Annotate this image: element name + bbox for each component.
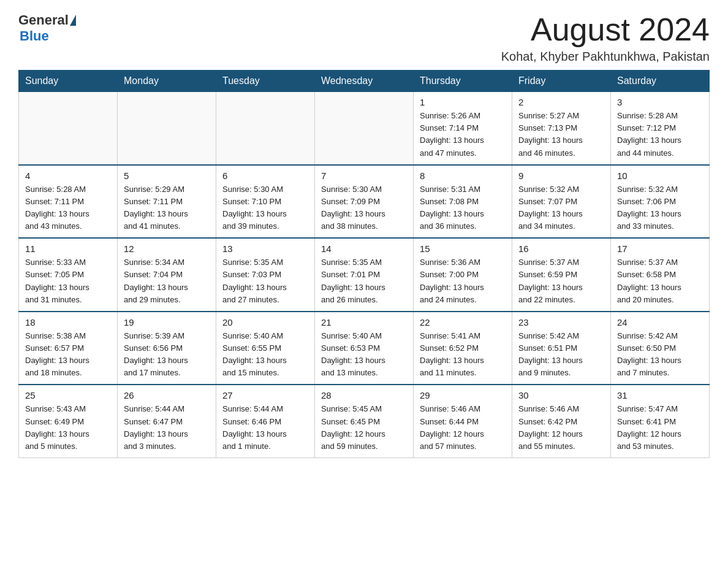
calendar-cell: 7Sunrise: 5:30 AM Sunset: 7:09 PM Daylig… — [315, 165, 414, 239]
calendar-cell: 16Sunrise: 5:37 AM Sunset: 6:59 PM Dayli… — [512, 238, 611, 312]
day-number: 9 — [518, 170, 604, 181]
calendar-cell: 20Sunrise: 5:40 AM Sunset: 6:55 PM Dayli… — [216, 312, 315, 385]
day-info: Sunrise: 5:38 AM Sunset: 6:57 PM Dayligh… — [25, 330, 111, 380]
calendar-cell — [19, 92, 118, 165]
calendar-cell: 24Sunrise: 5:42 AM Sunset: 6:50 PM Dayli… — [611, 312, 710, 385]
day-info: Sunrise: 5:35 AM Sunset: 7:03 PM Dayligh… — [222, 256, 308, 306]
calendar-cell — [118, 92, 216, 165]
calendar-cell: 26Sunrise: 5:44 AM Sunset: 6:47 PM Dayli… — [118, 385, 216, 458]
day-number: 24 — [617, 317, 703, 327]
calendar-cell: 19Sunrise: 5:39 AM Sunset: 6:56 PM Dayli… — [118, 312, 216, 385]
day-number: 27 — [222, 390, 308, 400]
day-number: 28 — [321, 390, 407, 400]
calendar-cell: 15Sunrise: 5:36 AM Sunset: 7:00 PM Dayli… — [414, 238, 512, 312]
day-number: 16 — [518, 243, 604, 254]
day-info: Sunrise: 5:46 AM Sunset: 6:42 PM Dayligh… — [518, 403, 604, 453]
logo-blue-text: Blue — [20, 28, 49, 44]
location-subtitle: Kohat, Khyber Pakhtunkhwa, Pakistan — [501, 50, 710, 64]
day-info: Sunrise: 5:39 AM Sunset: 6:56 PM Dayligh… — [124, 330, 210, 380]
day-info: Sunrise: 5:42 AM Sunset: 6:50 PM Dayligh… — [617, 330, 703, 380]
day-number: 10 — [617, 170, 703, 181]
day-number: 7 — [321, 170, 407, 181]
calendar-cell: 13Sunrise: 5:35 AM Sunset: 7:03 PM Dayli… — [216, 238, 315, 312]
day-number: 1 — [420, 97, 506, 107]
day-number: 11 — [25, 243, 111, 254]
calendar-cell: 25Sunrise: 5:43 AM Sunset: 6:49 PM Dayli… — [19, 385, 118, 458]
day-info: Sunrise: 5:33 AM Sunset: 7:05 PM Dayligh… — [25, 256, 111, 306]
day-number: 29 — [420, 390, 506, 400]
calendar-cell: 21Sunrise: 5:40 AM Sunset: 6:53 PM Dayli… — [315, 312, 414, 385]
day-info: Sunrise: 5:36 AM Sunset: 7:00 PM Dayligh… — [420, 256, 506, 306]
day-number: 12 — [124, 243, 210, 254]
calendar-cell: 3Sunrise: 5:28 AM Sunset: 7:12 PM Daylig… — [611, 92, 710, 165]
week-row-3: 11Sunrise: 5:33 AM Sunset: 7:05 PM Dayli… — [19, 238, 710, 312]
day-info: Sunrise: 5:40 AM Sunset: 6:55 PM Dayligh… — [222, 330, 308, 380]
title-section: August 2024 Kohat, Khyber Pakhtunkhwa, P… — [501, 12, 710, 64]
day-info: Sunrise: 5:30 AM Sunset: 7:09 PM Dayligh… — [321, 183, 407, 233]
page-header: General Blue August 2024 Kohat, Khyber P… — [18, 12, 710, 64]
day-info: Sunrise: 5:44 AM Sunset: 6:46 PM Dayligh… — [222, 403, 308, 453]
weekday-header-saturday: Saturday — [611, 71, 710, 92]
calendar-cell: 18Sunrise: 5:38 AM Sunset: 6:57 PM Dayli… — [19, 312, 118, 385]
day-number: 25 — [25, 390, 111, 400]
weekday-header-thursday: Thursday — [414, 71, 512, 92]
day-info: Sunrise: 5:47 AM Sunset: 6:41 PM Dayligh… — [617, 403, 703, 453]
day-info: Sunrise: 5:43 AM Sunset: 6:49 PM Dayligh… — [25, 403, 111, 453]
day-number: 30 — [518, 390, 604, 400]
day-info: Sunrise: 5:28 AM Sunset: 7:11 PM Dayligh… — [25, 183, 111, 233]
calendar-cell: 5Sunrise: 5:29 AM Sunset: 7:11 PM Daylig… — [118, 165, 216, 239]
weekday-header-row: SundayMondayTuesdayWednesdayThursdayFrid… — [19, 71, 710, 92]
logo: General Blue — [18, 12, 77, 44]
weekday-header-wednesday: Wednesday — [315, 71, 414, 92]
day-number: 5 — [124, 170, 210, 181]
day-number: 2 — [518, 97, 604, 107]
day-info: Sunrise: 5:42 AM Sunset: 6:51 PM Dayligh… — [518, 330, 604, 380]
calendar-cell: 6Sunrise: 5:30 AM Sunset: 7:10 PM Daylig… — [216, 165, 315, 239]
calendar-cell: 10Sunrise: 5:32 AM Sunset: 7:06 PM Dayli… — [611, 165, 710, 239]
calendar-cell: 30Sunrise: 5:46 AM Sunset: 6:42 PM Dayli… — [512, 385, 611, 458]
weekday-header-friday: Friday — [512, 71, 611, 92]
day-info: Sunrise: 5:46 AM Sunset: 6:44 PM Dayligh… — [420, 403, 506, 453]
logo-general-text: General — [18, 12, 69, 28]
weekday-header-monday: Monday — [118, 71, 216, 92]
day-info: Sunrise: 5:45 AM Sunset: 6:45 PM Dayligh… — [321, 403, 407, 453]
weekday-header-tuesday: Tuesday — [216, 71, 315, 92]
week-row-2: 4Sunrise: 5:28 AM Sunset: 7:11 PM Daylig… — [19, 165, 710, 239]
day-info: Sunrise: 5:29 AM Sunset: 7:11 PM Dayligh… — [124, 183, 210, 233]
day-number: 20 — [222, 317, 308, 327]
week-row-1: 1Sunrise: 5:26 AM Sunset: 7:14 PM Daylig… — [19, 92, 710, 165]
calendar-cell: 29Sunrise: 5:46 AM Sunset: 6:44 PM Dayli… — [414, 385, 512, 458]
calendar-cell: 28Sunrise: 5:45 AM Sunset: 6:45 PM Dayli… — [315, 385, 414, 458]
day-number: 26 — [124, 390, 210, 400]
day-number: 31 — [617, 390, 703, 400]
day-number: 3 — [617, 97, 703, 107]
day-number: 6 — [222, 170, 308, 181]
calendar-cell: 9Sunrise: 5:32 AM Sunset: 7:07 PM Daylig… — [512, 165, 611, 239]
calendar-cell: 8Sunrise: 5:31 AM Sunset: 7:08 PM Daylig… — [414, 165, 512, 239]
day-number: 22 — [420, 317, 506, 327]
day-number: 15 — [420, 243, 506, 254]
day-info: Sunrise: 5:30 AM Sunset: 7:10 PM Dayligh… — [222, 183, 308, 233]
day-number: 23 — [518, 317, 604, 327]
day-info: Sunrise: 5:26 AM Sunset: 7:14 PM Dayligh… — [420, 110, 506, 159]
logo-triangle-icon — [70, 15, 76, 26]
day-number: 19 — [124, 317, 210, 327]
calendar-cell: 11Sunrise: 5:33 AM Sunset: 7:05 PM Dayli… — [19, 238, 118, 312]
day-info: Sunrise: 5:40 AM Sunset: 6:53 PM Dayligh… — [321, 330, 407, 380]
week-row-4: 18Sunrise: 5:38 AM Sunset: 6:57 PM Dayli… — [19, 312, 710, 385]
day-number: 17 — [617, 243, 703, 254]
calendar-cell: 12Sunrise: 5:34 AM Sunset: 7:04 PM Dayli… — [118, 238, 216, 312]
calendar-cell: 17Sunrise: 5:37 AM Sunset: 6:58 PM Dayli… — [611, 238, 710, 312]
calendar-cell: 27Sunrise: 5:44 AM Sunset: 6:46 PM Dayli… — [216, 385, 315, 458]
day-number: 8 — [420, 170, 506, 181]
day-info: Sunrise: 5:37 AM Sunset: 6:59 PM Dayligh… — [518, 256, 604, 306]
calendar-cell: 1Sunrise: 5:26 AM Sunset: 7:14 PM Daylig… — [414, 92, 512, 165]
calendar-cell: 22Sunrise: 5:41 AM Sunset: 6:52 PM Dayli… — [414, 312, 512, 385]
day-info: Sunrise: 5:35 AM Sunset: 7:01 PM Dayligh… — [321, 256, 407, 306]
day-info: Sunrise: 5:32 AM Sunset: 7:06 PM Dayligh… — [617, 183, 703, 233]
weekday-header-sunday: Sunday — [19, 71, 118, 92]
calendar-cell: 23Sunrise: 5:42 AM Sunset: 6:51 PM Dayli… — [512, 312, 611, 385]
calendar-cell: 31Sunrise: 5:47 AM Sunset: 6:41 PM Dayli… — [611, 385, 710, 458]
day-info: Sunrise: 5:28 AM Sunset: 7:12 PM Dayligh… — [617, 110, 703, 159]
day-info: Sunrise: 5:44 AM Sunset: 6:47 PM Dayligh… — [124, 403, 210, 453]
